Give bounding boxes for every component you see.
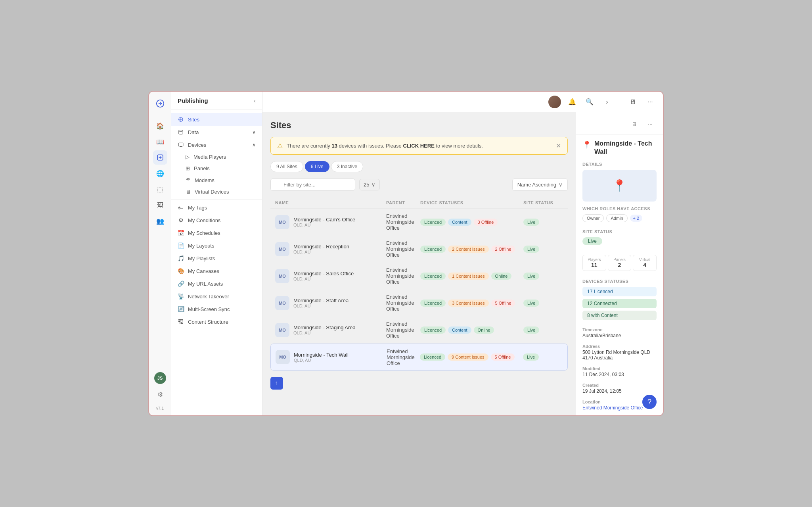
site-name: Morningside - Staff Area	[293, 298, 349, 303]
data-label: Data	[188, 129, 199, 135]
site-live-badge: Live	[523, 219, 539, 226]
sort-select[interactable]: Name Ascending ∨	[512, 179, 568, 191]
tab-inactive[interactable]: 3 Inactive	[331, 161, 363, 172]
sidebar-item-my-layouts[interactable]: 📄 My Layouts	[171, 239, 262, 252]
sidebar-item-devices[interactable]: Devices ∧	[171, 138, 262, 151]
sidebar-item-my-url-assets[interactable]: 🔗 My URL Assets	[171, 277, 262, 290]
site-badge: Licenced	[420, 300, 446, 307]
tab-all-sites[interactable]: 9 All Sites	[270, 161, 303, 172]
detail-title: Morningside - Tech Wall	[594, 140, 657, 156]
sidebar-subitem-virtual-devices[interactable]: 🖥 Virtual Devices	[171, 186, 262, 198]
site-live-badge: Live	[523, 300, 539, 307]
image-icon[interactable]: 🖼	[153, 198, 167, 212]
sidebar-item-my-schedules[interactable]: 📅 My Schedules	[171, 227, 262, 239]
count-select[interactable]: 25 ∨	[359, 179, 380, 190]
panels-icon: ⊞	[186, 165, 190, 171]
sidebar-item-my-conditions[interactable]: ⚙ My Conditions	[171, 214, 262, 227]
banner-count: 13	[331, 143, 337, 149]
monitor-icon[interactable]: 🖥	[626, 96, 639, 108]
sidebar-subitem-modems[interactable]: Modems	[171, 174, 262, 186]
banner-click-here[interactable]: CLICK HERE	[403, 143, 434, 149]
my-schedules-label: My Schedules	[188, 230, 220, 236]
site-avatar: MO	[275, 269, 289, 283]
site-badge: Content	[448, 326, 471, 334]
address-row: Address 500 Lytton Rd Morningside QLD 41…	[576, 342, 663, 362]
site-badge: 2 Content Issues	[448, 246, 489, 253]
globe-icon[interactable]: 🌐	[153, 166, 167, 181]
media-players-label: Media Players	[193, 154, 226, 160]
my-conditions-icon: ⚙	[178, 217, 184, 223]
site-badge: Licenced	[420, 353, 445, 361]
sidebar-subitem-media-players[interactable]: ▷ Media Players	[171, 151, 262, 163]
my-layouts-icon: 📄	[178, 242, 184, 249]
my-schedules-icon: 📅	[178, 230, 184, 236]
detail-more-icon[interactable]: ···	[644, 118, 657, 131]
site-name-cell: MO Morningside - Staging Area QLD, AU	[275, 323, 386, 337]
site-badge: Online	[491, 273, 512, 280]
virtual-devices-icon: 🖥	[186, 189, 191, 195]
search-input[interactable]	[270, 179, 355, 191]
site-location: QLD, AU	[293, 250, 349, 254]
arrow-right-icon[interactable]: ›	[601, 96, 613, 108]
multi-screen-sync-label: Multi-Screen Sync	[188, 306, 230, 312]
sites-label: Sites	[188, 117, 199, 123]
table-row[interactable]: MO Morningside - Cam's Office QLD, AU En…	[270, 209, 568, 236]
device-counts-grid: Players 11 Panels 2 Virtual 4	[582, 255, 657, 271]
site-avatar: MO	[275, 296, 289, 310]
home-icon[interactable]: 🏠	[153, 119, 167, 133]
page-1-button[interactable]: 1	[270, 377, 283, 390]
main-content: 🔔 🔍 › 🖥 ··· Sites ⚠ There are currently …	[262, 92, 663, 415]
timezone-row: Timezone Australia/Brisbane	[576, 326, 663, 340]
device-status-licenced: 17 Licenced	[582, 287, 657, 296]
site-status-cell: Live	[523, 326, 563, 334]
roles-more-button[interactable]: + 2	[630, 215, 643, 222]
people-icon[interactable]: 👥	[153, 214, 167, 228]
site-parent: Entwined Morningside Office	[386, 213, 420, 231]
sidebar-item-my-tags[interactable]: 🏷 My Tags	[171, 201, 262, 214]
location-pin-icon: 📍	[582, 140, 591, 149]
network-takeover-label: Network Takeover	[188, 294, 229, 300]
device-status-cell: Licenced3 Content Issues5 Offline	[420, 300, 523, 307]
settings-icon[interactable]: ⚙	[153, 387, 167, 401]
role-owner: Owner	[582, 214, 604, 222]
site-badge: Online	[474, 326, 494, 334]
table-row[interactable]: MO Morningside - Sales Office QLD, AU En…	[270, 263, 568, 290]
table-row[interactable]: MO Morningside - Tech Wall QLD, AU Entwi…	[270, 344, 568, 371]
sidebar-item-sites[interactable]: Sites	[171, 113, 262, 126]
players-count: Players 11	[582, 255, 606, 271]
more-options-icon[interactable]: ···	[644, 96, 657, 108]
table-row[interactable]: MO Morningside - Staging Area QLD, AU En…	[270, 317, 568, 344]
table-row[interactable]: MO Morningside - Reception QLD, AU Entwi…	[270, 236, 568, 263]
user-avatar[interactable]: JS	[154, 372, 166, 384]
site-parent: Entwined Morningside Office	[386, 294, 420, 312]
table-row[interactable]: MO Morningside - Staff Area QLD, AU Entw…	[270, 290, 568, 317]
publish-icon[interactable]	[153, 150, 167, 165]
sidebar-subitem-panels[interactable]: ⊞ Panels	[171, 163, 262, 174]
bell-icon[interactable]: 🔔	[566, 96, 578, 108]
search-icon-top[interactable]: 🔍	[583, 96, 596, 108]
icon-rail: 🏠 📖 🌐 ⬚ 🖼 👥 JS ⚙ v7.1	[149, 92, 171, 415]
panels-label: Panels	[194, 165, 210, 171]
sidebar-item-my-playlists[interactable]: 🎵 My Playlists	[171, 252, 262, 265]
layers-icon[interactable]: ⬚	[153, 182, 167, 196]
site-badge: Licenced	[420, 326, 446, 334]
user-avatar-top[interactable]	[548, 96, 561, 108]
sidebar-item-content-structure[interactable]: 🏗 Content Structure	[171, 315, 262, 328]
site-badge: 5 Offline	[491, 300, 515, 307]
sidebar-item-network-takeover[interactable]: 📡 Network Takeover	[171, 290, 262, 303]
book-icon[interactable]: 📖	[153, 134, 167, 149]
roles-row: Owner Admin + 2	[582, 214, 657, 222]
sidebar-item-data[interactable]: Data ∨	[171, 126, 262, 138]
table-header: NAME PARENT DEVICE STATUSES SITE STATUS	[270, 197, 568, 209]
site-status-cell: Live	[523, 353, 563, 361]
sidebar-header: Publishing ‹	[171, 92, 262, 110]
sidebar-item-my-canvases[interactable]: 🎨 My Canvases	[171, 265, 262, 277]
tab-live[interactable]: 6 Live	[305, 161, 329, 172]
help-button[interactable]: ?	[642, 395, 657, 409]
banner-close-button[interactable]: ✕	[556, 142, 561, 150]
content-structure-label: Content Structure	[188, 319, 228, 325]
detail-monitor-icon[interactable]: 🖥	[628, 118, 641, 131]
sidebar-item-multi-screen-sync[interactable]: 🔄 Multi-Screen Sync	[171, 303, 262, 315]
col-site-status: SITE STATUS	[523, 200, 563, 205]
sidebar-collapse-icon[interactable]: ‹	[254, 97, 256, 104]
